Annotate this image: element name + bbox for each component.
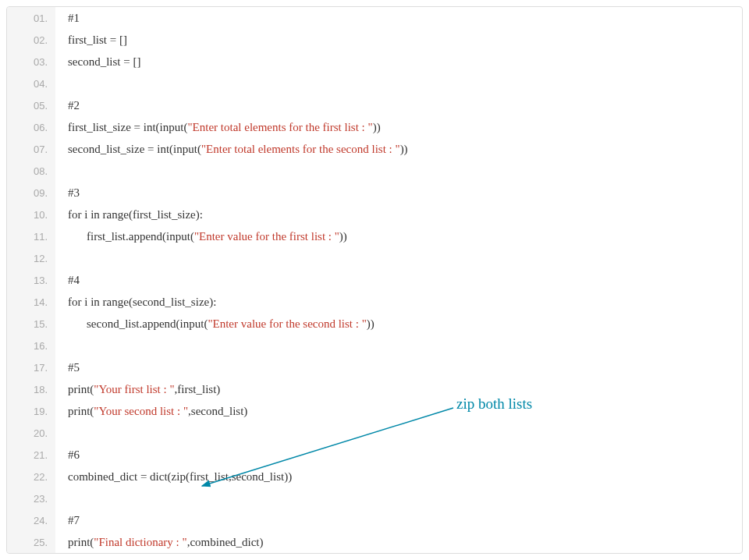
line-number: 10. [7,204,55,225]
code-line: first_list = [] [55,29,742,51]
code-text: #4 [68,274,80,286]
line-number: 01. [7,7,55,29]
line-number: 18. [7,378,55,400]
code-text: #3 [68,186,80,199]
code-text: #7 [68,514,80,526]
code-text: second_list = [] [68,55,140,68]
code-row: 23. [7,487,742,509]
code-line [55,335,742,356]
line-number: 22. [7,466,55,487]
line-number: 04. [7,73,55,94]
code-row: 06.first_list_size = int(input("Enter to… [7,116,742,138]
code-line: combined_dict = dict(zip(first_list,seco… [55,466,742,487]
line-number: 24. [7,509,55,531]
code-row: 17.#5 [7,356,742,378]
code-line [55,422,742,444]
code-line: #4 [55,269,742,291]
code-row: 19.print("Your second list : ",second_li… [7,400,742,422]
line-number: 21. [7,444,55,466]
code-line: #6 [55,444,742,466]
code-line: second_list.append(input("Enter value fo… [55,313,742,335]
code-line: #1 [55,7,742,29]
code-text: second_list.append(input( [87,317,208,330]
code-table: 01.#102.first_list = []03.second_list = … [7,7,742,553]
line-number: 02. [7,29,55,51]
code-row: 22.combined_dict = dict(zip(first_list,s… [7,466,742,487]
code-row: 14.for i in range(second_list_size): [7,291,742,313]
code-row: 11.first_list.append(input("Enter value … [7,225,742,247]
code-text: #5 [68,361,80,374]
code-line [55,487,742,509]
code-line: #7 [55,509,742,531]
code-text: combined_dict = dict(zip(first_list,seco… [68,470,292,483]
code-line: first_list.append(input("Enter value for… [55,225,742,247]
code-text: )) [400,143,408,155]
code-row: 09.#3 [7,182,742,204]
line-number: 20. [7,422,55,444]
code-text: print( [68,383,94,395]
code-text: )) [339,230,347,243]
code-text: for i in range(first_list_size): [68,208,203,221]
code-line [55,73,742,94]
code-line: print("Your first list : ",first_list) [55,378,742,400]
code-text: first_list = [] [68,34,127,46]
code-line [55,160,742,182]
string-literal: "Your first list : " [94,383,174,395]
code-row: 04. [7,73,742,94]
code-text: ,first_list) [175,383,221,395]
line-number: 12. [7,247,55,269]
code-row: 02.first_list = [] [7,29,742,51]
code-row: 13.#4 [7,269,742,291]
code-text: first_list.append(input( [87,230,194,243]
code-row: 10.for i in range(first_list_size): [7,204,742,225]
line-number: 05. [7,94,55,116]
code-container: 01.#102.first_list = []03.second_list = … [6,6,743,554]
code-text: #6 [68,448,80,461]
code-line: #2 [55,94,742,116]
string-literal: "Your second list : " [94,405,188,417]
string-literal: "Enter total elements for the first list… [187,121,372,133]
code-line: for i in range(second_list_size): [55,291,742,313]
line-number: 06. [7,116,55,138]
line-number: 23. [7,487,55,509]
code-row: 03.second_list = [] [7,51,742,73]
line-number: 16. [7,335,55,356]
code-row: 20. [7,422,742,444]
line-number: 07. [7,138,55,160]
code-text: #2 [68,99,80,112]
code-row: 07.second_list_size = int(input("Enter t… [7,138,742,160]
line-number: 03. [7,51,55,73]
code-text: for i in range(second_list_size): [68,296,216,308]
code-line: second_list_size = int(input("Enter tota… [55,138,742,160]
code-line [55,247,742,269]
code-text: )) [367,317,374,330]
line-number: 13. [7,269,55,291]
code-body: 01.#102.first_list = []03.second_list = … [7,7,742,553]
code-text: print( [68,405,94,417]
code-line: #5 [55,356,742,378]
code-line: print("Your second list : ",second_list) [55,400,742,422]
code-line: for i in range(first_list_size): [55,204,742,225]
code-row: 05.#2 [7,94,742,116]
code-row: 25.print("Final dictionary : ",combined_… [7,531,742,553]
code-text: print( [68,536,94,548]
line-number: 08. [7,160,55,182]
string-literal: "Enter total elements for the second lis… [201,143,400,155]
line-number: 17. [7,356,55,378]
string-literal: "Final dictionary : " [94,536,186,548]
code-row: 18.print("Your first list : ",first_list… [7,378,742,400]
string-literal: "Enter value for the first list : " [194,230,339,243]
code-text: #1 [68,12,80,24]
code-row: 21.#6 [7,444,742,466]
code-text: )) [373,121,381,133]
code-line: second_list = [] [55,51,742,73]
code-text: second_list_size = int(input( [68,143,201,155]
line-number: 15. [7,313,55,335]
line-number: 09. [7,182,55,204]
code-line: #3 [55,182,742,204]
line-number: 14. [7,291,55,313]
code-row: 15.second_list.append(input("Enter value… [7,313,742,335]
code-row: 01.#1 [7,7,742,29]
code-text: ,second_list) [188,405,247,417]
code-row: 12. [7,247,742,269]
